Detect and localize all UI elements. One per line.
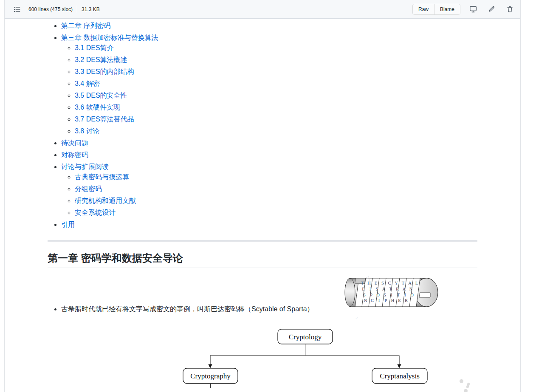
svg-text:N: N: [409, 287, 412, 291]
list-unordered-icon: [14, 6, 20, 13]
svg-text:P: P: [370, 293, 372, 297]
scytale-text: 古希腊时代就已经有将文字写成密文的事例，叫斯巴达密码棒（Scytable of …: [61, 305, 314, 313]
svg-text:A: A: [382, 287, 385, 291]
cylinder-left-cap: [345, 278, 355, 307]
diagram-connectors: [210, 344, 399, 388]
arrowhead-right: [398, 364, 401, 368]
arrowhead-left: [209, 364, 212, 368]
svg-text:I: I: [404, 293, 406, 297]
toc-link-chapter2[interactable]: 第二章 序列密码: [61, 22, 110, 29]
toc-link-symmetric[interactable]: 对称密码: [61, 151, 88, 158]
toc-link-research[interactable]: 研究机构和通用文献: [75, 197, 136, 204]
toc-subitem: 3.3 DES的内部结构: [75, 67, 477, 77]
svg-text:C: C: [371, 298, 374, 303]
svg-text:I: I: [370, 287, 371, 291]
toc-subitem: 3.7 DES算法替代品: [75, 114, 477, 124]
svg-text:H: H: [367, 281, 371, 285]
svg-text:S: S: [384, 293, 386, 297]
file-toolbar: 600 lines (475 sloc) 31.3 KB Raw Blame: [5, 0, 520, 19]
toc-link-3-5[interactable]: 3.5 DES的安全性: [75, 92, 127, 99]
svg-text:Y: Y: [395, 281, 398, 285]
diagram-label-cryptanalysis: Cryptanalysis: [380, 372, 420, 380]
trash-icon: [506, 6, 513, 13]
edit-button[interactable]: [486, 4, 497, 15]
svg-text:I: I: [378, 298, 380, 303]
rich-diff-button[interactable]: [468, 4, 479, 15]
toc-subitem: 3.5 DES的安全性: [75, 90, 477, 101]
svg-text:S: S: [375, 287, 378, 291]
pencil-icon: [488, 6, 495, 13]
toc-link-secure-design[interactable]: 安全系统设计: [75, 209, 116, 216]
svg-text:O: O: [376, 293, 380, 297]
toc-item: 引用: [61, 220, 477, 230]
toc-link-3-8[interactable]: 3.8 讨论: [75, 127, 100, 135]
toc-subitem: 分组密码: [75, 184, 477, 194]
raw-button[interactable]: Raw: [413, 4, 434, 14]
delete-button[interactable]: [504, 4, 515, 15]
file-size: 31.3 KB: [82, 6, 100, 12]
markdown-body: 第二章 序列密码 第三章 数据加密标准与替换算法 3.1 DES简介 3.2 D…: [48, 19, 477, 391]
lines-count: 600 lines (475 sloc): [28, 6, 73, 12]
svg-text:A: A: [402, 287, 406, 291]
toc-link-references[interactable]: 引用: [61, 221, 75, 228]
svg-text:L: L: [415, 281, 418, 285]
toc-link-3-1[interactable]: 3.1 DES简介: [75, 44, 114, 51]
toc-item: 第三章 数据加密标准与替换算法 3.1 DES简介 3.2 DES算法概述 3.…: [61, 33, 477, 136]
svg-text:E: E: [398, 298, 401, 303]
toc-link-chapter3[interactable]: 第三章 数据加密标准与替换算法: [61, 34, 158, 41]
file-view-box: 600 lines (475 sloc) 31.3 KB Raw Blame: [4, 0, 521, 392]
table-of-contents: 第二章 序列密码 第三章 数据加密标准与替换算法 3.1 DES简介 3.2 D…: [48, 21, 477, 230]
svg-text:R: R: [405, 298, 408, 303]
svg-text:T: T: [361, 281, 364, 285]
svg-text:P: P: [384, 298, 387, 303]
device-desktop-icon: [469, 6, 477, 13]
toc-sublist: 3.1 DES简介 3.2 DES算法概述 3.3 DES的内部结构 3.4 解…: [61, 43, 477, 136]
scytale-image: THESCYTALEISATRANSPOSITIONCIPHER: [326, 275, 440, 311]
toc-link-3-3[interactable]: 3.3 DES的内部结构: [75, 68, 134, 75]
toc-item: 第二章 序列密码: [61, 21, 477, 31]
divider: [77, 6, 77, 13]
diagram-label-cryptology: Cryptology: [289, 333, 322, 341]
toc-item: 待决问题: [61, 138, 477, 148]
toc-link-3-4[interactable]: 3.4 解密: [75, 80, 100, 87]
table-of-contents-icon[interactable]: [11, 4, 23, 15]
toc-link-3-7[interactable]: 3.7 DES算法替代品: [75, 116, 134, 123]
toc-subitem: 研究机构和通用文献: [75, 196, 477, 206]
toc-link-classic[interactable]: 古典密码与摸运算: [75, 173, 129, 180]
svg-text:S: S: [381, 281, 384, 285]
toc-item: 讨论与扩展阅读 古典密码与摸运算 分组密码 研究机构和通用文献 安全系统设计: [61, 162, 477, 218]
ribbon-notch-right: [419, 293, 430, 297]
svg-text:I: I: [391, 293, 392, 297]
toc-subitem: 3.4 解密: [75, 79, 477, 89]
svg-text:T: T: [402, 281, 405, 285]
toc-link-3-6[interactable]: 3.6 软硬件实现: [75, 104, 120, 111]
svg-text:O: O: [410, 293, 414, 297]
svg-text:E: E: [375, 281, 377, 285]
diagram-label-cryptography: Cryptography: [190, 372, 231, 380]
blame-button[interactable]: Blame: [434, 4, 460, 14]
scytale-list-item: 古希腊时代就已经有将文字写成密文的事例，叫斯巴达密码棒（Scytable of …: [61, 275, 477, 314]
toc-link-block[interactable]: 分组密码: [75, 185, 102, 192]
svg-text:E: E: [362, 287, 364, 291]
svg-text:T: T: [389, 287, 392, 291]
svg-text:T: T: [397, 293, 400, 297]
toc-subitem: 3.6 软硬件实现: [75, 102, 477, 113]
toc-subitem: 安全系统设计: [75, 208, 477, 218]
ribbon-notch-left: [355, 278, 365, 284]
svg-text:R: R: [396, 287, 399, 291]
raw-blame-group: Raw Blame: [412, 4, 460, 15]
chapter-heading: 第一章 密码学和数据安全导论: [48, 252, 477, 268]
toc-link-discussion[interactable]: 讨论与扩展阅读: [61, 163, 109, 170]
toc-subitem: 3.8 讨论: [75, 126, 477, 136]
svg-text:S: S: [363, 293, 366, 297]
cryptology-diagram: Cryptology Cryptography Cryptanalysis: [183, 324, 477, 391]
horizontal-rule: [48, 240, 477, 242]
toc-link-3-2[interactable]: 3.2 DES算法概述: [75, 56, 127, 63]
svg-text:H: H: [391, 298, 394, 303]
svg-text:C: C: [388, 281, 391, 285]
toc-subitem: 3.2 DES算法概述: [75, 55, 477, 65]
toc-item: 对称密码: [61, 150, 477, 160]
toc-subitem: 3.1 DES简介: [75, 43, 477, 53]
cryptology-tree-image: Cryptology Cryptography Cryptanalysis: [183, 324, 437, 388]
toc-link-pending[interactable]: 待决问题: [61, 139, 88, 147]
